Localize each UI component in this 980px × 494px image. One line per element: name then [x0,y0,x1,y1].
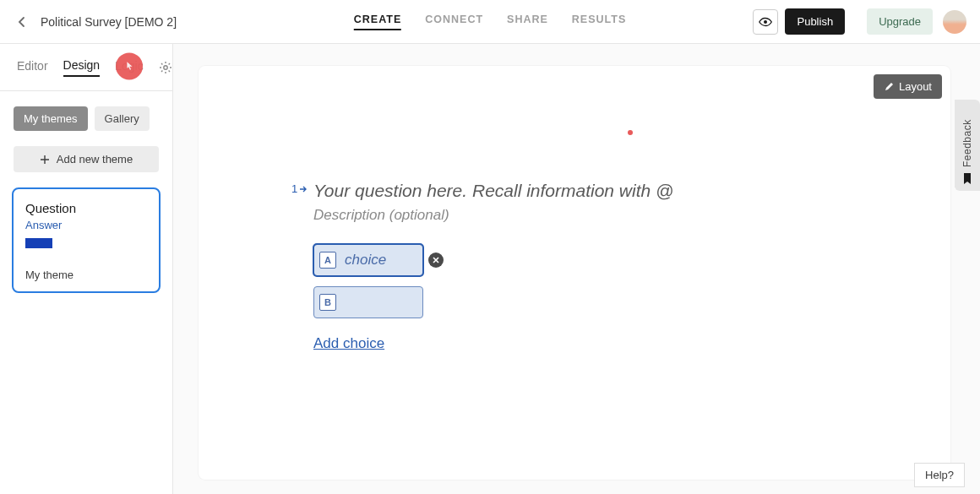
theme-card-swatch [25,238,52,248]
preview-button[interactable] [753,9,778,35]
question-input[interactable]: Your question here. Recall information w… [313,179,787,202]
tab-results[interactable]: RESULTS [572,14,626,30]
back-arrow-icon[interactable] [14,14,30,30]
add-new-theme-label: Add new theme [57,153,133,166]
theme-filter: My themes Gallery [0,91,172,131]
gear-icon[interactable] [159,61,172,74]
choice-key: B [319,294,336,311]
add-choice-link[interactable]: Add choice [313,335,384,352]
question-number-value: 1 [291,182,297,195]
choices-list: A choice B [313,244,787,352]
pill-my-themes[interactable]: My themes [14,106,88,131]
sidebar-tab-design[interactable]: Design [63,58,101,77]
question-block: 1 Your question here. Recall information… [313,179,787,352]
question-number: 1 [291,182,308,195]
click-hotspot-icon [116,52,143,79]
tab-connect[interactable]: CONNECT [425,14,483,30]
help-button[interactable]: Help? [914,463,965,487]
header-bar: Political Survey [DEMO 2] CREATE CONNECT… [0,0,980,44]
theme-card-question: Question [25,201,147,215]
svg-point-0 [764,20,767,24]
arrow-right-icon [299,185,308,193]
form-canvas[interactable]: Layout 1 Your question here. Recall info… [199,66,950,480]
choice-a[interactable]: A choice [313,244,423,276]
publish-button[interactable]: Publish [785,8,845,35]
sidebar-tab-editor[interactable]: Editor [17,59,48,76]
choice-item: B [313,286,787,318]
close-icon [433,257,439,263]
theme-card-name: My theme [25,269,147,281]
canvas-area: Layout 1 Your question here. Recall info… [173,44,980,494]
upgrade-button[interactable]: Upgrade [867,8,933,35]
choice-item: A choice [313,244,787,276]
plus-icon [40,155,50,165]
sidebar-tab-logic[interactable]: Logic [115,59,143,76]
pencil-icon [884,82,894,92]
left-sidebar: Editor Design Logic My themes Gallery Ad… [0,44,173,494]
pill-gallery[interactable]: Gallery [95,106,150,131]
tab-create[interactable]: CREATE [354,14,401,30]
top-nav-tabs: CREATE CONNECT SHARE RESULTS [354,14,626,30]
svg-point-1 [163,65,166,68]
add-new-theme-button[interactable]: Add new theme [14,146,159,172]
choice-b[interactable]: B [313,286,423,318]
delete-choice-button[interactable] [428,252,444,268]
recording-indicator-icon [628,130,633,135]
avatar[interactable] [943,10,966,34]
layout-button-label: Layout [899,80,932,93]
header-actions: Publish Upgrade [753,8,966,35]
layout-button[interactable]: Layout [874,74,942,99]
eye-icon [759,15,772,29]
choice-text-input[interactable]: choice [345,252,395,269]
description-input[interactable]: Description (optional) [313,207,787,224]
theme-card-answer: Answer [25,219,147,231]
sidebar-tabs: Editor Design Logic [0,44,172,91]
tab-share[interactable]: SHARE [507,14,548,30]
choice-key: A [319,252,336,269]
page-title[interactable]: Political Survey [DEMO 2] [41,15,177,29]
body-layout: Editor Design Logic My themes Gallery Ad… [0,44,980,494]
theme-card[interactable]: Question Answer My theme [12,187,161,293]
feedback-bookmark-icon[interactable] [955,167,980,191]
